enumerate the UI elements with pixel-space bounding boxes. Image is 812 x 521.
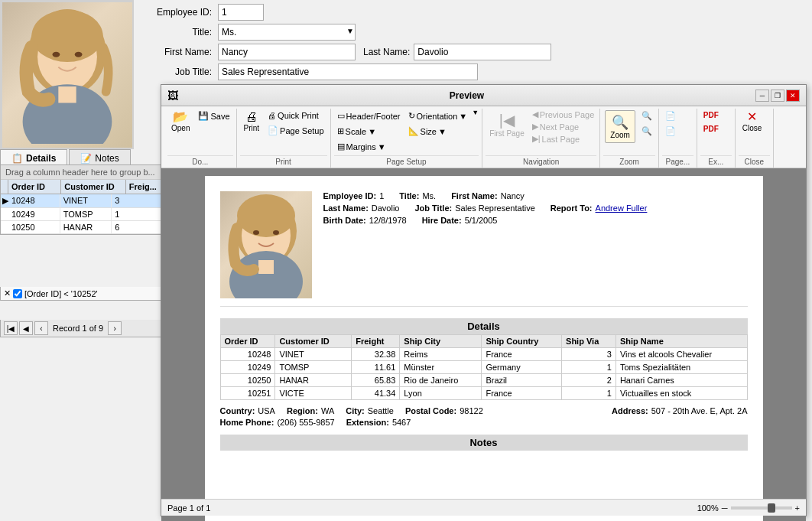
nav-back-button[interactable]: ‹ (34, 321, 48, 335)
ribbon-save-button[interactable]: 💾 Save (195, 109, 232, 123)
table-cell: Toms Spezialitäten (615, 361, 747, 374)
th-ship-country: Ship Country (482, 335, 562, 348)
printer-icon: 🖨 (245, 111, 258, 123)
ribbon-pages-content: 📄 📄 (662, 109, 693, 154)
last-page-icon: ▶| (532, 134, 541, 144)
minimize-button[interactable]: ─ (755, 90, 769, 102)
preview-status-bar: Page 1 of 1 100% ─ + (161, 499, 806, 516)
title-select[interactable]: Ms. (218, 24, 356, 41)
zoom-plus-icon[interactable]: + (795, 503, 800, 513)
table-cell: Brazil (482, 374, 562, 387)
preview-info-row-3: Birth Date: 12/8/1978 Hire Date: 5/1/200… (323, 216, 748, 225)
preview-postal-value: 98122 (460, 406, 483, 415)
ribbon-pagesetup-col1: ▭ Header/Footer ⊞ Scale ▼ ▤ Margins ▼ (334, 109, 404, 154)
table-cell: VICTE (275, 387, 352, 400)
table-cell: 1 (562, 387, 616, 400)
folder-icon: 📂 (173, 111, 188, 123)
row-arrow-3 (1, 221, 8, 233)
ribbon-pages-col: 📄 📄 (662, 109, 679, 138)
col-order-id[interactable]: Order ID (8, 180, 61, 194)
employee-id-input[interactable] (218, 4, 264, 21)
nav-prev-button[interactable]: ◀ (19, 321, 33, 335)
ribbon-zoom-option-2[interactable]: 🔍 (638, 124, 655, 138)
ribbon-export-other-button[interactable]: PDF (700, 122, 722, 135)
table-cell: Reims (400, 348, 482, 361)
ribbon-margins-button[interactable]: ▤ Margins ▼ (334, 139, 404, 154)
ribbon-group-document: 📂 Open 💾 Save Do... (164, 109, 237, 168)
ribbon-size-button[interactable]: 📐 Size ▼ (405, 124, 471, 138)
restore-button[interactable]: ❐ (771, 90, 784, 102)
zoom-slider[interactable] (731, 506, 792, 510)
ribbon-doc-col: 💾 Save (195, 109, 232, 123)
preview-birthdate-value: 12/8/1978 (369, 216, 407, 225)
nav-forward-button[interactable]: › (108, 321, 122, 335)
preview-phone-field: Home Phone: (206) 555-9857 (220, 418, 335, 427)
zoom-minus-icon[interactable]: ─ (722, 503, 728, 513)
ribbon-group-pages: 📄 📄 Page... (659, 109, 697, 168)
close-window-button[interactable]: ✕ (786, 90, 800, 102)
row-customer-id-1: VINET (60, 194, 112, 207)
preview-content: Employee ID: 1 Title: Ms. First Name: Na… (161, 168, 806, 521)
margins-icon: ▤ (337, 142, 345, 151)
window-controls: ─ ❐ ✕ (755, 90, 800, 102)
preview-postal-label: Postal Code: (405, 406, 456, 415)
zoom-icon: 🔍 (612, 114, 628, 131)
table-cell: 3 (562, 348, 616, 361)
ribbon-print-button[interactable]: 🖨 Print (240, 109, 264, 135)
ribbon-pages-option-1[interactable]: 📄 (662, 109, 679, 123)
last-name-input[interactable] (414, 44, 551, 60)
preview-reportto-value: Andrew Fuller (596, 204, 648, 213)
scale-icon: ⊞ (337, 126, 344, 136)
filter-x-icon[interactable]: ✕ (4, 288, 11, 298)
ribbon-scale-button[interactable]: ⊞ Scale ▼ (334, 124, 404, 138)
details-title: Details (220, 318, 748, 334)
zoom-thumb (768, 503, 775, 513)
details-icon: 📋 (11, 153, 23, 164)
table-cell: 10248 (220, 348, 275, 361)
job-title-row: Job Title: (141, 63, 570, 80)
ribbon-previous-page-button: ◀ Previous Page (530, 109, 597, 120)
preview-region-label: Region: (287, 406, 318, 415)
ribbon-close-button[interactable]: ✕ Close (739, 109, 766, 135)
zoom-percent: 100% (697, 503, 719, 513)
job-title-input[interactable] (218, 63, 478, 80)
ribbon-zoom-option-1[interactable]: 🔍 (638, 109, 655, 123)
col-customer-id[interactable]: Customer ID (61, 180, 125, 194)
ribbon-groups: 📂 Open 💾 Save Do... (164, 109, 803, 168)
ribbon-quick-print-button[interactable]: 🖨 Quick Print (265, 109, 327, 122)
page-setup-dialog-launcher[interactable]: ▼ (472, 109, 479, 116)
table-row: 10250HANAR65.83Rio de JaneiroBrazil2Hana… (220, 374, 747, 387)
table-cell: TOMSP (275, 361, 352, 374)
table-row: 10248VINET32.38ReimsFrance3Vins et alcoo… (220, 348, 747, 361)
table-row[interactable]: 10250 HANAR 6 (1, 221, 164, 234)
preview-address-field: Address: 507 - 20th Ave. E, Apt. 2A (612, 406, 747, 415)
ribbon-header-footer-button[interactable]: ▭ Header/Footer (334, 109, 404, 123)
row-freight-3: 6 (112, 221, 164, 233)
row-customer-id-3: HANAR (60, 221, 112, 233)
ribbon-zoom-button[interactable]: 🔍 Zoom (605, 110, 635, 143)
preview-phone-label: Home Phone: (220, 418, 274, 427)
ribbon-orientation-button[interactable]: ↻ Orientation ▼ (405, 109, 471, 123)
ribbon-first-page-button[interactable]: |◀ First Page (486, 109, 528, 140)
ribbon-open-button[interactable]: 📂 Open (167, 109, 193, 135)
ribbon-page-setup-button[interactable]: 📄 Page Setup (265, 123, 327, 138)
preview-footer-row-1: Country: USA Region: WA City: Seattle (220, 406, 748, 415)
table-row[interactable]: ▶ 10248 VINET 3 (1, 194, 164, 208)
nav-first-button[interactable]: |◀ (4, 321, 18, 335)
grid-navigation-bar: |◀ ◀ ‹ Record 1 of 9 › (0, 320, 164, 337)
preview-country-label: Country: (220, 406, 255, 415)
page-info: Page 1 of 1 (167, 503, 697, 513)
ribbon-zoom-label: Zoom (603, 155, 655, 168)
ribbon-pages-option-2[interactable]: 📄 (662, 124, 679, 138)
svg-point-2 (31, 9, 102, 61)
filter-checkbox[interactable] (13, 289, 22, 298)
ribbon-export-pdf-button[interactable]: PDF (700, 109, 722, 122)
ribbon-export-label: Ex... (700, 155, 732, 168)
col-freight[interactable]: Freig... (126, 180, 164, 194)
table-cell: France (482, 348, 562, 361)
table-row[interactable]: 10249 TOMSP 1 (1, 208, 164, 221)
first-name-input[interactable] (218, 44, 356, 60)
table-cell: Lyon (400, 387, 482, 400)
zoom-2-icon: 🔍 (641, 126, 652, 136)
svg-point-5 (52, 51, 60, 57)
